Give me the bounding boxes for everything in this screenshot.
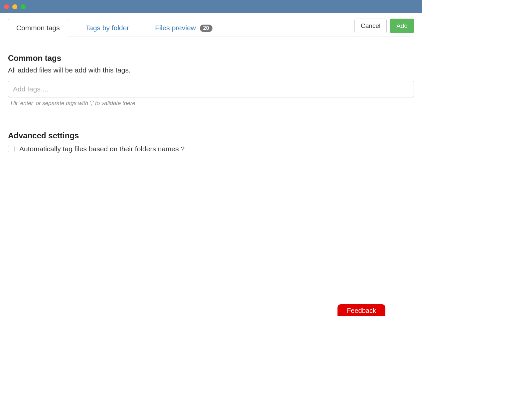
files-count-badge: 20	[200, 25, 212, 32]
auto-tag-checkbox-label: Automatically tag files based on their f…	[19, 145, 185, 153]
tags-input-hint: Hit 'enter' or separate tags with ',' to…	[8, 100, 414, 107]
tab-tags-by-folder[interactable]: Tags by folder	[77, 19, 138, 37]
tab-label: Common tags	[16, 24, 60, 32]
advanced-settings-title: Advanced settings	[8, 131, 414, 140]
feedback-label: Feedback	[347, 307, 376, 314]
maximize-window-icon[interactable]	[21, 4, 26, 9]
window-titlebar	[0, 0, 422, 13]
tabs-bar: Common tags Tags by folder Files preview…	[8, 19, 414, 37]
tab-label: Tags by folder	[86, 24, 129, 32]
auto-tag-checkbox[interactable]	[8, 146, 15, 152]
close-window-icon[interactable]	[4, 4, 9, 9]
tab-common-tags[interactable]: Common tags	[8, 19, 68, 37]
tab-files-preview[interactable]: Files preview 20	[147, 19, 220, 37]
common-tags-description: All added files will be add with this ta…	[8, 66, 414, 74]
tab-label: Files preview	[155, 24, 196, 32]
add-button[interactable]: Add	[390, 19, 414, 33]
minimize-window-icon[interactable]	[12, 4, 17, 9]
common-tags-title: Common tags	[8, 54, 414, 63]
cancel-button[interactable]: Cancel	[354, 19, 387, 33]
feedback-button[interactable]: Feedback	[337, 304, 385, 316]
tags-input[interactable]	[8, 81, 414, 97]
section-divider	[8, 119, 414, 119]
